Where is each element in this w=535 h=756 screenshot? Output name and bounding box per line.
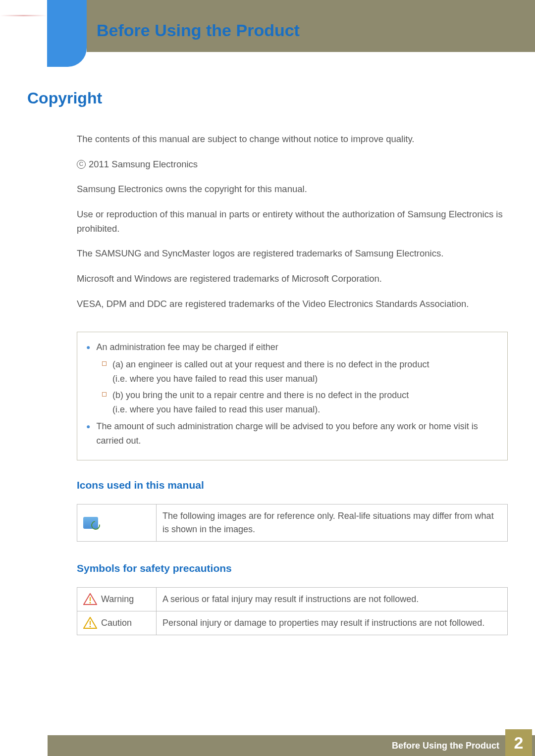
copyright-icon: C [77,160,86,169]
chapter-title: Before Using the Product [97,21,300,40]
svg-point-5 [90,626,91,628]
bullet-text: An administration fee may be charged if … [96,340,278,354]
sub-bullet-icon [102,361,107,366]
subheading-icons: Icons used in this manual [77,479,508,491]
svg-point-2 [90,603,91,604]
copyright-line: C 2011 Samsung Electronics [77,157,508,172]
caution-icon [83,617,97,629]
sub-bullet-item: (b) you bring the unit to a repair centr… [102,388,498,417]
table-row: Caution Personal injury or damage to pro… [77,611,507,635]
paragraph: Use or reproduction of this manual in pa… [77,207,508,236]
chapter-tab [47,0,87,67]
copyright-paragraphs: The contents of this manual are subject … [77,132,508,311]
warning-description: A serious or fatal injury may result if … [157,588,507,611]
sub-bullet-icon [102,392,107,397]
subheading-symbols: Symbols for safety precautions [77,562,508,574]
page-footer: Before Using the Product 2 [48,735,535,756]
symbol-cell: Caution [77,611,157,635]
bullet-dot-icon: ● [86,342,90,354]
bullet-item: ● An administration fee may be charged i… [86,340,498,354]
bullet-item: ● The amount of such administration char… [86,419,498,448]
warning-label: Warning [101,594,134,605]
bullet-dot-icon: ● [86,421,90,448]
paragraph: The SAMSUNG and SyncMaster logos are reg… [77,247,508,261]
table-row: Warning A serious or fatal injury may re… [77,588,507,611]
sub-bullet-item: (a) an engineer is called out at your re… [102,357,498,386]
paragraph: Samsung Electronics owns the copyright f… [77,182,508,197]
page-content: Copyright The contents of this manual ar… [27,89,508,656]
caution-label: Caution [101,618,132,628]
paragraph: VESA, DPM and DDC are registered tradema… [77,297,508,311]
caution-description: Personal injury or damage to properties … [157,611,507,635]
section-heading-copyright: Copyright [27,89,508,107]
paragraph: Microsoft and Windows are registered tra… [77,272,508,286]
decorative-strip [0,15,47,16]
copyright-year-owner: 2011 Samsung Electronics [89,157,198,172]
sub-bullet-text: (b) you bring the unit to a repair centr… [112,388,409,417]
icons-table: The following images are for reference o… [77,504,508,542]
paragraph: The contents of this manual are subject … [77,132,508,147]
warning-icon [83,593,97,605]
footer-chapter-title: Before Using the Product [392,741,499,751]
sub-bullet-text: (a) an engineer is called out at your re… [112,357,429,386]
table-row: The following images are for reference o… [77,504,507,541]
page-number-badge: 2 [505,729,532,756]
bullet-text: The amount of such administration charge… [96,419,498,448]
icon-cell [77,504,157,541]
admin-fee-box: ● An administration fee may be charged i… [77,332,508,460]
reference-image-icon [83,517,98,529]
symbols-table: Warning A serious or fatal injury may re… [77,587,508,635]
symbol-cell: Warning [77,588,157,611]
icon-description: The following images are for reference o… [157,504,507,541]
